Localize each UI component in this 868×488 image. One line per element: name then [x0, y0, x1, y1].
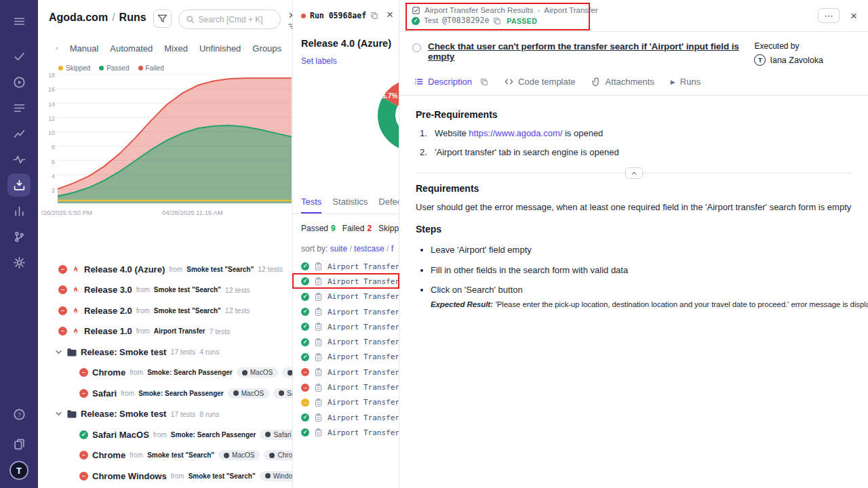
test-list-item[interactable]: Airport Transfer: [293, 425, 399, 440]
section-divider: [416, 173, 852, 174]
test-status-icon: [301, 399, 309, 407]
reports-icon[interactable]: [7, 199, 31, 222]
breadcrumb-parent[interactable]: Airport Transfer: [544, 7, 597, 15]
project-name[interactable]: Agoda.com: [49, 12, 108, 24]
runs-inbox-icon[interactable]: [7, 174, 31, 197]
result-count-label: Passed: [301, 224, 328, 233]
run-name[interactable]: Safari: [92, 388, 117, 399]
env-badge: MacOS: [218, 450, 260, 460]
runs-filter-tab[interactable]: Manual: [70, 43, 99, 54]
pulse-icon[interactable]: [7, 148, 31, 171]
search-input[interactable]: [199, 15, 273, 24]
sort-option-link[interactable]: suite: [330, 244, 347, 253]
run-detail-tab[interactable]: Tests: [301, 197, 321, 214]
analytics-icon[interactable]: [7, 122, 31, 145]
test-status-icon: [301, 384, 309, 392]
test-list-item[interactable]: Airport Transfer: [293, 380, 399, 394]
menu-icon[interactable]: [7, 9, 31, 33]
run-list-item[interactable]: Safari MacOS from Smoke: Search Passenge…: [38, 424, 292, 445]
runs-filter-tab[interactable]: Automated: [110, 43, 153, 54]
test-list-item[interactable]: Airport Transfer: [293, 350, 399, 365]
close-test-icon[interactable]: ×: [850, 10, 857, 22]
close-run-icon[interactable]: ×: [387, 9, 393, 20]
run-name[interactable]: Chrome: [92, 367, 125, 378]
tab-attachments[interactable]: Attachments: [592, 77, 654, 87]
run-list-item[interactable]: Release: Smoke test 17 tests 8 runs: [38, 404, 292, 425]
run-list-item[interactable]: Chrome from Smoke test "Search" MacOS Ch…: [38, 445, 292, 466]
more-actions-button[interactable]: ⋯: [818, 8, 840, 23]
branches-icon[interactable]: [7, 225, 31, 248]
test-list-item[interactable]: Airport Transfer: [293, 319, 399, 334]
select-all-icon[interactable]: [56, 43, 58, 54]
test-status-icon: [301, 277, 309, 285]
sort-option-link[interactable]: testcase: [347, 244, 384, 253]
run-detail-tab[interactable]: Defects: [378, 197, 399, 214]
os-icon: [288, 370, 292, 375]
run-list-item[interactable]: Chrome from Smoke: Search Passenger MacO…: [38, 363, 292, 384]
run-name[interactable]: Release 2.0: [84, 306, 132, 316]
run-detail-tab[interactable]: Statistics: [332, 197, 368, 214]
runs-filter-tab[interactable]: Unfinished: [199, 43, 241, 54]
run-list-item[interactable]: Release 4.0 (Azure) from Smoke test "Sea…: [38, 259, 292, 280]
external-link[interactable]: https://www.agoda.com/: [469, 128, 562, 138]
copy-icon[interactable]: [493, 17, 501, 25]
page-title: Runs: [119, 12, 146, 24]
run-name[interactable]: Release 1.0: [84, 326, 132, 336]
run-from-label: from: [136, 307, 150, 314]
filter-funnel-button[interactable]: [153, 9, 172, 28]
env-badge: Chrome: [282, 367, 292, 378]
run-list-item[interactable]: Safari from Smoke: Search Passenger MacO…: [38, 383, 292, 404]
profile-avatar[interactable]: T: [9, 461, 28, 480]
chevron-down-icon[interactable]: [55, 348, 62, 356]
tab-code-template[interactable]: Code template: [505, 77, 576, 87]
run-name[interactable]: Release 4.0 (Azure): [84, 264, 165, 274]
test-queue-icon[interactable]: [7, 96, 31, 119]
settings-gear-icon[interactable]: [7, 251, 31, 274]
help-icon[interactable]: ?: [7, 403, 31, 426]
run-list-item[interactable]: Release 1.0 from Airport Transfer 7 test…: [38, 321, 292, 342]
tab-runs[interactable]: ▶ Runs: [671, 77, 701, 87]
runs-filter-tab[interactable]: Groups: [252, 43, 281, 54]
test-name: Airport Transfer: [328, 323, 399, 331]
run-name[interactable]: Chrome: [92, 450, 125, 460]
test-list-item[interactable]: Airport Transfer: [293, 410, 399, 425]
run-list-item[interactable]: Chrome Windows from Smoke test "Search" …: [38, 466, 292, 487]
test-list-item[interactable]: Airport Transfer: [293, 274, 399, 289]
checks-icon[interactable]: [7, 45, 31, 68]
chart-legend: Skipped Passed Failed: [38, 58, 292, 72]
tab-description[interactable]: Description: [414, 77, 472, 87]
runs-tabs: Manual Automated Mixed Unfinished Groups: [38, 34, 292, 58]
test-list-item[interactable]: Airport Transfer: [293, 334, 399, 349]
run-source: Smoke: Search Passenger: [147, 369, 233, 376]
test-list-item[interactable]: Airport Transfer: [293, 365, 399, 380]
clipboard-icon: [314, 322, 323, 331]
run-list-item[interactable]: Release: Smoke test 17 tests 4 runs: [38, 342, 292, 363]
play-circle-icon[interactable]: [7, 70, 31, 94]
sort-option-link[interactable]: f: [384, 244, 393, 253]
chevron-down-icon[interactable]: [55, 410, 62, 418]
run-name[interactable]: Safari MacOS: [92, 430, 149, 440]
test-list-item[interactable]: Airport Transfer: [293, 289, 399, 304]
run-name[interactable]: Release: Smoke test: [81, 409, 166, 419]
test-list-item[interactable]: Airport Transfer: [293, 304, 399, 319]
runs-filter-tab[interactable]: Mixed: [164, 43, 188, 54]
set-labels-link[interactable]: Set labels: [301, 56, 337, 66]
test-list-item[interactable]: Airport Transfer: [293, 259, 399, 274]
collapse-section-button[interactable]: [625, 167, 643, 179]
run-name[interactable]: Chrome Windows: [92, 471, 167, 481]
run-list-item[interactable]: Release 2.0 from Smoke test "Search" 12 …: [38, 300, 292, 321]
run-list-item[interactable]: Release 3.0 from Smoke test "Search" 12 …: [38, 280, 292, 301]
filter-lines-icon[interactable]: [288, 22, 293, 31]
breadcrumb-suite[interactable]: Airport Transfer Search Results: [425, 7, 533, 15]
docs-icon[interactable]: [7, 432, 31, 455]
run-name[interactable]: Release 3.0: [84, 285, 132, 295]
search-box[interactable]: [178, 9, 281, 29]
test-name: Airport Transfer: [328, 352, 399, 361]
run-name[interactable]: Release: Smoke test: [81, 347, 166, 357]
copy-icon[interactable]: [370, 12, 378, 20]
test-title[interactable]: Check that user can't perform the transf…: [428, 41, 754, 62]
expected-result-text: 'Please enter the pick-up location, dest…: [496, 300, 868, 308]
executed-by-block: Executed by T Iana Zavoloka: [754, 41, 823, 66]
test-list-item[interactable]: Airport Transfer: [293, 395, 399, 410]
copy-description-icon[interactable]: [480, 78, 488, 86]
